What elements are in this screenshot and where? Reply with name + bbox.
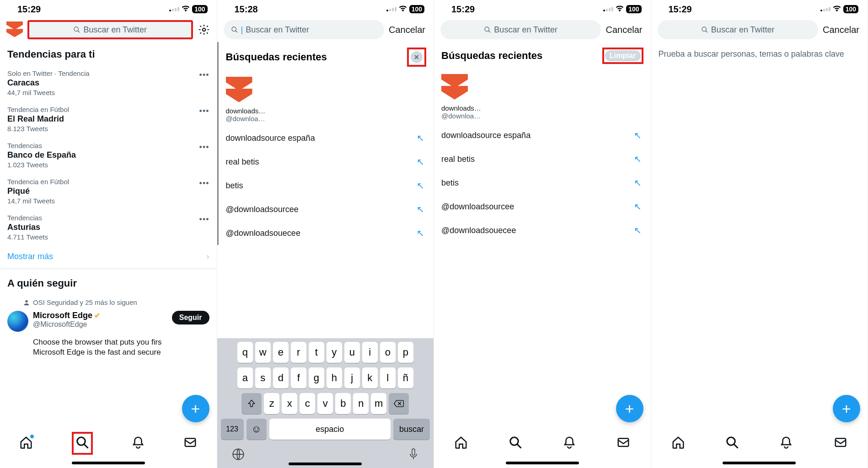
arrow-up-left-icon[interactable]: ↖	[634, 201, 642, 212]
cancel-button[interactable]: Cancelar	[823, 25, 861, 35]
key[interactable]: s	[255, 367, 271, 388]
trend-item[interactable]: Tendencias Banco de España 1.023 Tweets …	[0, 137, 217, 173]
recent-search-item[interactable]: @downloadsourcee↖	[219, 197, 434, 221]
more-icon[interactable]: •••	[199, 143, 209, 152]
recent-search-item[interactable]: real betis↖	[219, 150, 434, 174]
follow-button[interactable]: Seguir	[172, 311, 209, 324]
arrow-up-left-icon[interactable]: ↖	[417, 180, 424, 191]
key[interactable]: h	[327, 367, 342, 388]
key[interactable]: d	[273, 367, 289, 388]
emoji-key[interactable]: ☺	[246, 419, 267, 440]
recent-profile[interactable]: downloadso… @downloads…	[219, 70, 269, 126]
nav-notifications[interactable]	[563, 436, 576, 451]
key[interactable]: e	[273, 342, 289, 363]
arrow-up-left-icon[interactable]: ↖	[417, 156, 424, 167]
key[interactable]: w	[255, 342, 271, 363]
recent-search-item[interactable]: real betis↖	[434, 147, 651, 171]
arrow-up-left-icon[interactable]: ↖	[417, 133, 424, 144]
more-icon[interactable]: •••	[199, 179, 209, 188]
trend-item[interactable]: Tendencias Asturias 4.711 Tweets •••	[0, 209, 217, 245]
nav-search[interactable]	[725, 436, 739, 451]
recent-search-item[interactable]: downloadsource españa↖	[434, 123, 651, 147]
key[interactable]: b	[335, 393, 351, 414]
compose-fab[interactable]: +	[182, 395, 209, 422]
recent-profile[interactable]: downloadso… @downloads…	[434, 68, 484, 123]
search-input[interactable]: Buscar en Twitter	[658, 20, 818, 39]
arrow-up-left-icon[interactable]: ↖	[634, 177, 642, 188]
key[interactable]: o	[380, 342, 396, 363]
cancel-button[interactable]: Cancelar	[605, 25, 644, 35]
key[interactable]: a	[237, 367, 253, 388]
nav-messages[interactable]	[183, 436, 197, 451]
arrow-up-left-icon[interactable]: ↖	[417, 204, 424, 215]
nav-home[interactable]	[454, 436, 468, 451]
key[interactable]: m	[371, 393, 386, 414]
recent-search-item[interactable]: @downloadsouecee↖	[219, 221, 434, 245]
home-indicator[interactable]	[289, 463, 362, 465]
globe-key[interactable]	[232, 448, 245, 463]
nav-messages[interactable]	[616, 436, 630, 451]
space-key[interactable]: espacio	[269, 419, 391, 440]
settings-button[interactable]	[198, 23, 210, 36]
key[interactable]: f	[291, 367, 306, 388]
trend-item[interactable]: Tendencia en Fútbol El Real Madrid 8.123…	[0, 101, 217, 137]
follow-suggestion[interactable]: Microsoft Edge ✔ @MicrosoftEdge Seguir	[0, 306, 217, 336]
clear-recent-button[interactable]: Limpiar	[605, 50, 641, 61]
mic-key[interactable]	[408, 448, 419, 463]
numbers-key[interactable]: 123	[221, 419, 244, 440]
cancel-button[interactable]: Cancelar	[389, 25, 427, 35]
trend-item[interactable]: Tendencia en Fútbol Piqué 14,7 mil Tweet…	[0, 173, 217, 209]
key[interactable]: u	[344, 342, 360, 363]
more-icon[interactable]: •••	[199, 106, 209, 116]
key[interactable]: j	[344, 367, 360, 388]
recent-search-item[interactable]: @downloadsourcee↖	[434, 195, 651, 218]
key[interactable]: v	[317, 393, 333, 414]
key[interactable]: x	[282, 393, 297, 414]
nav-notifications[interactable]	[779, 436, 793, 451]
app-logo[interactable]	[6, 21, 23, 38]
key[interactable]: t	[309, 342, 324, 363]
keyboard[interactable]: q w e r t y u i o p a s d f g h j k l ñ …	[217, 338, 434, 468]
compose-fab[interactable]: +	[833, 395, 860, 422]
recent-search-item[interactable]: betis↖	[219, 174, 434, 197]
nav-home[interactable]	[671, 436, 685, 451]
key[interactable]: l	[380, 367, 396, 388]
nav-search[interactable]	[509, 436, 522, 451]
arrow-up-left-icon[interactable]: ↖	[634, 225, 642, 236]
key[interactable]: i	[362, 342, 378, 363]
show-more-link[interactable]: Mostrar más ›	[0, 245, 217, 268]
nav-search[interactable]	[72, 432, 93, 455]
shift-key[interactable]	[241, 393, 262, 414]
home-indicator[interactable]	[723, 462, 796, 464]
key[interactable]: z	[264, 393, 279, 414]
key[interactable]: g	[309, 367, 324, 388]
key[interactable]: k	[362, 367, 378, 388]
arrow-up-left-icon[interactable]: ↖	[634, 130, 642, 141]
key[interactable]: p	[398, 342, 413, 363]
nav-home[interactable]	[19, 436, 33, 451]
clear-recent-button[interactable]: ✕	[411, 51, 423, 63]
key[interactable]: q	[237, 342, 253, 363]
trend-item[interactable]: Solo en Twitter · Tendencia Caracas 44,7…	[0, 65, 217, 101]
key[interactable]: ñ	[398, 367, 413, 388]
nav-messages[interactable]	[834, 436, 847, 451]
key[interactable]: y	[327, 342, 342, 363]
backspace-key[interactable]	[389, 393, 409, 414]
more-icon[interactable]: •••	[199, 215, 209, 224]
key[interactable]: n	[353, 393, 369, 414]
search-input[interactable]: |Buscar en Twitter	[224, 20, 384, 39]
home-indicator[interactable]	[72, 462, 145, 464]
key[interactable]: c	[300, 393, 315, 414]
more-icon[interactable]: •••	[199, 70, 209, 80]
recent-search-item[interactable]: downloadsource españa↖	[219, 126, 434, 150]
compose-fab[interactable]: +	[616, 395, 643, 422]
recent-search-item[interactable]: betis↖	[434, 171, 651, 195]
arrow-up-left-icon[interactable]: ↖	[417, 228, 424, 239]
nav-notifications[interactable]	[131, 436, 145, 451]
home-indicator[interactable]	[506, 462, 579, 464]
search-input[interactable]: Buscar en Twitter	[27, 20, 193, 39]
search-input[interactable]: Buscar en Twitter	[440, 20, 601, 39]
arrow-up-left-icon[interactable]: ↖	[634, 154, 642, 165]
keyboard-search-key[interactable]: buscar	[393, 419, 430, 440]
key[interactable]: r	[291, 342, 306, 363]
